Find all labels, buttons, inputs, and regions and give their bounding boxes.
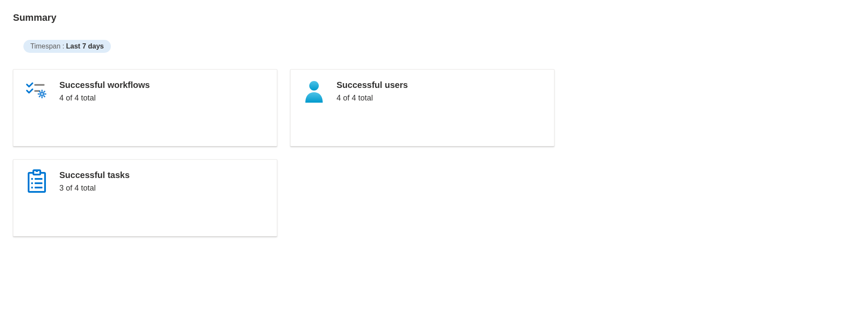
svg-point-16 xyxy=(31,178,33,180)
card-workflows-subtitle: 4 of 4 total xyxy=(59,94,150,103)
svg-rect-15 xyxy=(36,169,38,172)
card-tasks-title: Successful tasks xyxy=(59,170,130,180)
clipboard-icon xyxy=(25,169,49,194)
svg-point-3 xyxy=(41,93,43,95)
svg-rect-5 xyxy=(42,96,43,98)
card-workflows-title: Successful workflows xyxy=(59,80,150,90)
card-users[interactable]: Successful users 4 of 4 total xyxy=(290,69,554,146)
svg-rect-21 xyxy=(35,187,42,188)
user-icon xyxy=(302,79,326,104)
svg-point-18 xyxy=(31,182,33,184)
card-tasks[interactable]: Successful tasks 3 of 4 total xyxy=(13,159,277,237)
svg-rect-6 xyxy=(38,94,40,95)
card-users-title: Successful users xyxy=(337,80,408,90)
timespan-filter[interactable]: Timespan : Last 7 days xyxy=(23,40,111,53)
svg-point-12 xyxy=(309,81,319,91)
svg-rect-19 xyxy=(35,182,42,184)
timespan-value: Last 7 days xyxy=(66,42,104,50)
timespan-label: Timespan : xyxy=(30,42,65,50)
page-title: Summary xyxy=(13,12,855,23)
card-tasks-subtitle: 3 of 4 total xyxy=(59,184,130,193)
workflows-gear-icon xyxy=(25,79,49,104)
svg-rect-0 xyxy=(34,84,45,86)
svg-rect-17 xyxy=(35,178,42,180)
summary-cards-grid: Successful workflows 4 of 4 total Succes… xyxy=(13,69,567,237)
svg-rect-4 xyxy=(42,90,43,92)
card-workflows[interactable]: Successful workflows 4 of 4 total xyxy=(13,69,277,146)
svg-rect-7 xyxy=(44,94,46,95)
card-users-subtitle: 4 of 4 total xyxy=(337,94,408,103)
svg-point-20 xyxy=(31,187,33,188)
